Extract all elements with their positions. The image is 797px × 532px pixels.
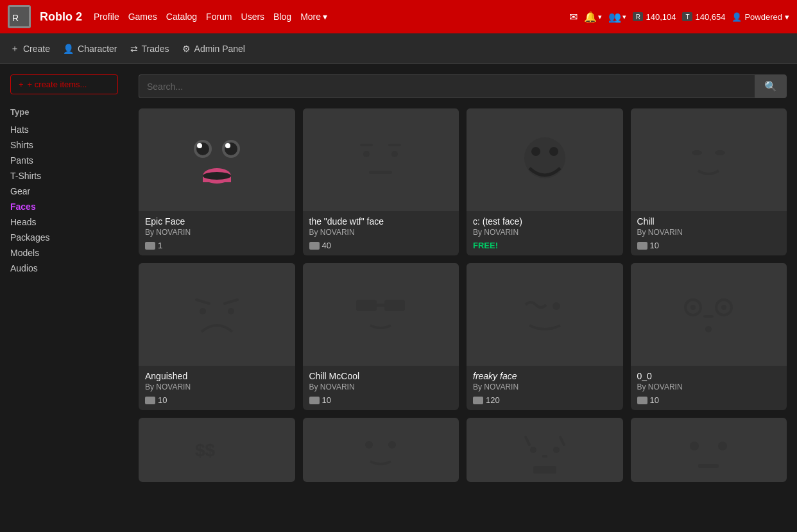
card-image	[303, 263, 459, 366]
svg-point-4	[197, 143, 202, 148]
card-image	[139, 108, 295, 211]
item-name: Anguished	[145, 371, 289, 381]
svg-point-14	[391, 151, 398, 157]
item-card[interactable]: Epic Face By NOVARIN 1	[139, 108, 295, 255]
logo[interactable]: R	[8, 5, 31, 28]
top-nav: R Roblo 2 Profile Games Catalog Forum Us…	[0, 0, 797, 33]
svg-point-37	[553, 447, 560, 453]
item-name: Chill	[637, 216, 781, 227]
card-image	[303, 418, 459, 482]
search-bar: 🔍	[139, 74, 787, 98]
svg-rect-25	[384, 300, 405, 311]
chevron-down-icon: ▾	[323, 12, 327, 22]
card-info: the "dude wtf" face By NOVARIN 40	[303, 211, 459, 255]
search-button[interactable]: 🔍	[755, 74, 787, 98]
svg-rect-39	[533, 466, 556, 474]
svg-rect-24	[356, 300, 377, 311]
item-card[interactable]: Chill By NOVARIN 10	[631, 108, 787, 255]
create-button[interactable]: ＋ + Create Create	[10, 43, 50, 55]
item-card[interactable]: 0_0 By NOVARIN 10	[631, 263, 787, 410]
sidebar-item-faces[interactable]: Faces	[10, 199, 118, 214]
sidebar-item-models[interactable]: Models	[10, 245, 118, 261]
svg-point-34	[365, 441, 373, 449]
item-card[interactable]	[303, 418, 459, 482]
sidebar-item-packages[interactable]: Packages	[10, 230, 118, 245]
item-price: 1	[145, 241, 289, 250]
item-card[interactable]: $$	[139, 418, 295, 482]
sidebar-item-shirts[interactable]: Shirts	[10, 137, 118, 153]
svg-point-21	[200, 308, 206, 314]
character-button[interactable]: 👤 Character	[63, 44, 117, 54]
card-info: Anguished By NOVARIN 10	[139, 366, 295, 410]
svg-rect-38	[542, 455, 547, 458]
nav-forum[interactable]: Forum	[206, 12, 232, 22]
nav-games[interactable]: Games	[128, 12, 157, 22]
bell-icon[interactable]: 🔔 ▾	[584, 11, 602, 23]
item-card[interactable]: the "dude wtf" face By NOVARIN 40	[303, 108, 459, 255]
plus-icon: ＋	[10, 43, 19, 55]
item-creator: By NOVARIN	[145, 382, 289, 391]
item-card[interactable]: c: (test face) By NOVARIN FREE!	[467, 108, 623, 255]
item-card[interactable]: freaky face By NOVARIN 120	[467, 263, 623, 410]
item-creator: By NOVARIN	[637, 382, 781, 391]
svg-point-40	[690, 442, 699, 450]
svg-rect-31	[703, 315, 714, 318]
sidebar-item-tshirts[interactable]: T-Shirts	[10, 168, 118, 184]
card-image	[631, 108, 787, 211]
item-creator: By NOVARIN	[637, 228, 781, 237]
card-image	[467, 108, 623, 211]
person-icon: 👤	[63, 44, 74, 54]
svg-point-35	[388, 441, 396, 449]
sidebar-item-hats[interactable]: Hats	[10, 122, 118, 137]
item-name: 0_0	[637, 371, 781, 381]
trades-button[interactable]: ⇄ Trades	[130, 44, 169, 54]
svg-text:$$: $$	[195, 440, 216, 460]
item-name: freaky face	[473, 371, 617, 381]
nav-catalog[interactable]: Catalog	[166, 12, 197, 22]
card-info: Chill McCool By NOVARIN 10	[303, 366, 459, 410]
item-card[interactable]	[467, 418, 623, 482]
sidebar-item-pants[interactable]: Pants	[10, 153, 118, 168]
create-items-button[interactable]: + + create items...	[10, 74, 118, 94]
item-card[interactable]: Chill McCool By NOVARIN 10	[303, 263, 459, 410]
nav-profile[interactable]: Profile	[94, 12, 119, 22]
item-name: c: (test face)	[473, 216, 617, 227]
card-image	[139, 263, 295, 366]
item-card[interactable]	[631, 418, 787, 482]
svg-point-26	[553, 302, 560, 310]
robux-stat: R 140,104	[633, 12, 676, 22]
card-image	[467, 263, 623, 366]
robux-icon	[309, 397, 320, 404]
sub-nav: ＋ + Create Create 👤 Character ⇄ Trades ⚙…	[0, 33, 797, 64]
item-card[interactable]: Anguished By NOVARIN 10	[139, 263, 295, 410]
sidebar-item-gear[interactable]: Gear	[10, 184, 118, 199]
admin-panel-button[interactable]: ⚙ Admin Panel	[182, 44, 245, 54]
robux-icon: R	[633, 12, 643, 21]
nav-more[interactable]: More ▾	[300, 12, 327, 22]
item-creator: By NOVARIN	[309, 382, 453, 391]
user-menu[interactable]: 👤 Powdered ▾	[732, 12, 789, 22]
content-area: 🔍	[128, 64, 797, 532]
card-image	[467, 418, 623, 482]
nav-blog[interactable]: Blog	[273, 12, 291, 22]
card-image	[631, 418, 787, 482]
friends-icon[interactable]: 👥 ▾	[608, 11, 626, 23]
svg-point-17	[531, 147, 540, 156]
nav-users[interactable]: Users	[241, 12, 265, 22]
item-creator: By NOVARIN	[145, 228, 289, 237]
svg-point-41	[718, 442, 727, 450]
mail-icon[interactable]: ✉	[569, 11, 578, 23]
item-price: FREE!	[473, 241, 617, 250]
card-info: c: (test face) By NOVARIN FREE!	[467, 211, 623, 255]
svg-point-10	[203, 172, 231, 180]
main-layout: + + create items... Type Hats Shirts Pan…	[0, 64, 797, 532]
sidebar-item-heads[interactable]: Heads	[10, 214, 118, 230]
right-icons: ✉ 🔔 ▾ 👥 ▾ R 140,104 T 140,654 👤 Powdered…	[569, 11, 789, 23]
item-price: 10	[309, 395, 453, 405]
search-input[interactable]	[139, 74, 755, 98]
card-info: Epic Face By NOVARIN 1	[139, 211, 295, 255]
svg-text:R: R	[12, 13, 19, 23]
svg-point-20	[715, 150, 725, 155]
card-image	[631, 263, 787, 366]
sidebar-item-audios[interactable]: Audios	[10, 261, 118, 276]
